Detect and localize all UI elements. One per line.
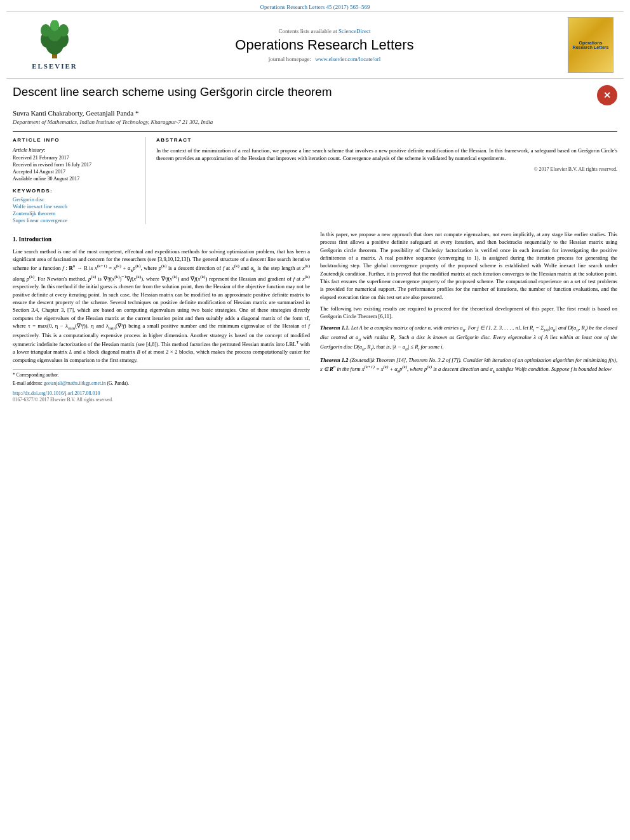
page-wrapper: Operations Research Letters 45 (2017) 56… [0, 0, 630, 840]
journal-title: Operations Research Letters [93, 37, 556, 53]
crossmark-badge[interactable]: ✕ [597, 85, 617, 105]
article-title: Descent line search scheme using Geršgor… [13, 85, 591, 99]
crossmark-icon: ✕ [597, 85, 617, 105]
theorem-2: Theorem 1.2 (Zoutendijk Theorem [14], Th… [320, 356, 617, 375]
main-right-column: In this paper, we propose a new approach… [320, 230, 617, 404]
elsevier-tree-icon [34, 20, 75, 61]
top-bar: Operations Research Letters 45 (2017) 56… [0, 0, 630, 11]
main-content: 1. Introduction Line search method is on… [0, 224, 630, 410]
keyword-4[interactable]: Super linear convergence [13, 217, 138, 223]
journal-cover-image: Operations Research Letters [568, 17, 613, 73]
abstract-text: In the context of the minimization of a … [156, 147, 617, 163]
keyword-1[interactable]: Geršgorin disc [13, 196, 138, 203]
svg-point-6 [58, 24, 69, 37]
intro-paragraph-1: Line search method is one of the most co… [13, 248, 310, 364]
theorem-2-label: (Zoutendijk Theorem [14], Theorem No. 3.… [350, 357, 462, 363]
journal-link[interactable]: Operations Research Letters 45 (2017) 56… [260, 4, 370, 10]
main-left-column: 1. Introduction Line search method is on… [13, 230, 310, 404]
article-history: Article history: Received 21 February 20… [13, 147, 138, 182]
article-info-column: ARTICLE INFO Article history: Received 2… [13, 137, 146, 224]
keywords-label: Keywords: [13, 188, 138, 194]
theorem-1: Theorem 1.1. Let A be a complex matrix o… [320, 324, 617, 352]
received-date: Received 21 February 2017 [13, 155, 138, 161]
theorem-1-text: Let A be a complex matrix of order n, wi… [320, 324, 617, 350]
history-label: Article history: [13, 147, 138, 153]
science-direct-link[interactable]: ScienceDirect [338, 28, 370, 34]
keyword-3[interactable]: Zoutendijk theorem [13, 210, 138, 217]
article-info-label: ARTICLE INFO [13, 137, 138, 143]
abstract-label: ABSTRACT [156, 137, 617, 143]
introduction-heading: 1. Introduction [13, 236, 310, 244]
right-paragraph-2: The following two existing results are r… [320, 305, 617, 321]
email-footnote: E-mail address: geetanjali@maths.iitkgp.… [13, 380, 310, 387]
article-title-row: Descent line search scheme using Geršgor… [13, 85, 617, 105]
svg-point-5 [41, 24, 51, 37]
contents-available-line: Contents lists available at ScienceDirec… [93, 28, 556, 34]
corresponding-author-note: * Corresponding author. [13, 372, 310, 379]
keyword-2[interactable]: Wolfe inexact line search [13, 203, 138, 210]
authors: Suvra Kanti Chakraborty, Geetanjali Pand… [13, 109, 617, 117]
theorem-1-title: Theorem 1.1. [320, 324, 350, 331]
doi-link: http://dx.doi.org/10.1016/j.orl.2017.08.… [13, 390, 310, 397]
accepted-date: Accepted 14 August 2017 [13, 169, 138, 175]
abstract-column: ABSTRACT In the context of the minimizat… [156, 137, 617, 224]
article-info-abstract: ARTICLE INFO Article history: Received 2… [13, 131, 617, 224]
copyright: © 2017 Elsevier B.V. All rights reserved… [156, 166, 617, 172]
elsevier-text: ELSEVIER [32, 62, 77, 70]
page-header: ELSEVIER Contents lists available at Sci… [6, 11, 624, 79]
header-left: ELSEVIER [17, 20, 93, 70]
received-revised-date: Received in revised form 16 July 2017 [13, 162, 138, 168]
homepage-url[interactable]: www.elsevier.com/locate/orl [315, 56, 380, 62]
article-section: Descent line search scheme using Geršgor… [0, 79, 630, 224]
elsevier-logo: ELSEVIER [17, 20, 93, 70]
header-right: Operations Research Letters [556, 17, 613, 73]
right-paragraph-1: In this paper, we propose a new approach… [320, 230, 617, 301]
header-center: Contents lists available at ScienceDirec… [93, 28, 556, 62]
doi-url[interactable]: http://dx.doi.org/10.1016/j.orl.2017.08.… [13, 390, 100, 396]
email-link[interactable]: geetanjali@maths.iitkgp.ernet.in [44, 380, 106, 386]
available-online-date: Available online 30 August 2017 [13, 176, 138, 182]
homepage-line: journal homepage: www.elsevier.com/locat… [93, 56, 556, 62]
issn-line: 0167-6377/© 2017 Elsevier B.V. All right… [13, 397, 310, 404]
theorem-2-title: Theorem 1.2 [320, 357, 348, 363]
footnote-area: * Corresponding author. E-mail address: … [13, 369, 310, 404]
affiliation: Department of Mathematics, Indian Instit… [13, 119, 617, 125]
keywords-section: Keywords: Geršgorin disc Wolfe inexact l… [13, 188, 138, 223]
